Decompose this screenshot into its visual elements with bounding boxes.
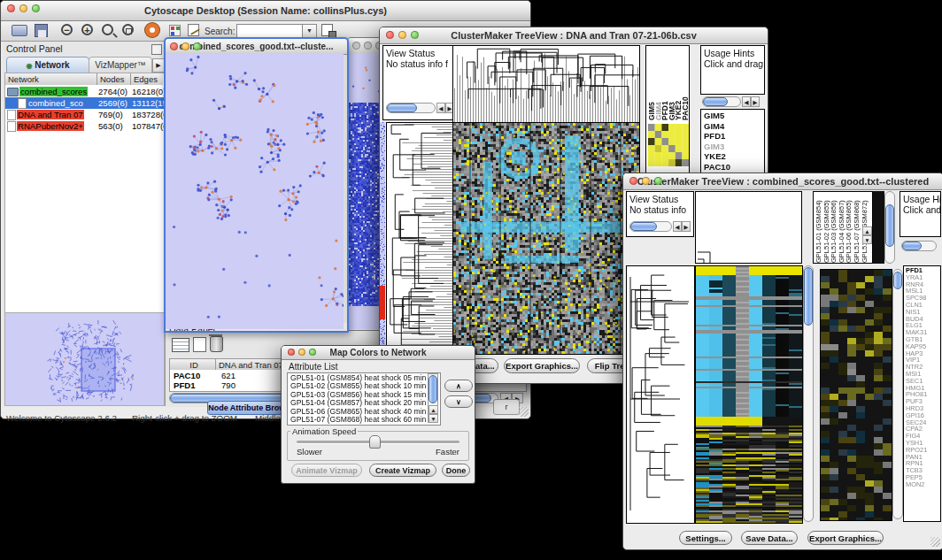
scroll-up-button[interactable]: ▲ bbox=[429, 405, 438, 414]
annotation-icon[interactable] bbox=[188, 24, 199, 36]
network-view-canvas[interactable] bbox=[166, 54, 344, 329]
done-button[interactable]: Done bbox=[442, 464, 470, 477]
help-lifering-icon[interactable] bbox=[145, 23, 159, 37]
global-heatmap[interactable] bbox=[820, 269, 892, 521]
scroll-up-button[interactable]: ▲ bbox=[862, 226, 872, 235]
minimize-icon bbox=[642, 177, 650, 185]
search-input[interactable] bbox=[236, 24, 304, 38]
zoom-selected-icon[interactable] bbox=[102, 24, 113, 35]
attribute-items[interactable]: GPL51-01 (GSM854) heat shock 05 minGPL51… bbox=[288, 374, 426, 424]
usage-hints-title: Usage Hi bbox=[900, 192, 940, 204]
cytoscape-title-bar[interactable]: Cytoscape Desktop (Session Name: collins… bbox=[1, 1, 530, 21]
attribute-item[interactable]: GPL51-07 (GSM868) heat shock 60 min bbox=[288, 416, 426, 424]
row-value: 621 bbox=[221, 371, 236, 380]
gene-list[interactable]: GIM5GIM4PFD1GIM3YKE2PAC10 bbox=[701, 110, 764, 172]
animation-speed-label: Animation Speed bbox=[290, 426, 358, 436]
open-file-icon[interactable] bbox=[12, 25, 27, 36]
network-row-selected[interactable]: combined_sco 2569(6) 13112(15) bbox=[5, 97, 164, 109]
array-label[interactable]: PAC10 bbox=[683, 48, 690, 120]
vizmap-shortcut-icon[interactable] bbox=[169, 25, 181, 36]
search-dropdown-button[interactable]: ▼ bbox=[302, 24, 317, 38]
gene-list-hscrollbar[interactable] bbox=[702, 96, 741, 107]
scroll-left-button[interactable]: ◀ bbox=[436, 103, 445, 113]
tab-overflow-button[interactable]: ▶ bbox=[152, 58, 165, 73]
window-controls[interactable] bbox=[170, 42, 201, 50]
scroll-left-button[interactable]: ◀ bbox=[673, 221, 682, 232]
window-controls[interactable] bbox=[7, 4, 40, 12]
gene-list-hscrollbar[interactable] bbox=[901, 241, 937, 251]
row-dendrogram[interactable] bbox=[386, 122, 455, 355]
labels-vscrollbar[interactable] bbox=[884, 191, 895, 264]
gene-label[interactable]: GIM5 bbox=[701, 111, 764, 121]
gene-label[interactable]: GIM4 bbox=[701, 121, 764, 132]
scroll-right-button[interactable]: ▶ bbox=[751, 96, 760, 107]
network-view-canvas[interactable] bbox=[349, 53, 381, 329]
settings-button[interactable]: Settings... bbox=[679, 531, 732, 545]
global-vscrollbar[interactable] bbox=[892, 269, 903, 519]
attribute-listbox[interactable]: GPL51-01 (GSM854) heat shock 05 minGPL51… bbox=[287, 372, 441, 426]
table-select-icon[interactable] bbox=[172, 338, 189, 352]
gene-label[interactable]: YKE2 bbox=[701, 151, 764, 162]
summary-heatmap[interactable] bbox=[648, 124, 689, 166]
scroll-down-button[interactable]: ▼ bbox=[862, 235, 872, 244]
gene-label[interactable]: GIM3 bbox=[701, 142, 764, 152]
export-graphics-button[interactable]: Export Graphics... bbox=[504, 358, 580, 373]
scroll-down-button[interactable]: ▼ bbox=[429, 414, 438, 423]
usage-hints-panel: Usage Hi Click and bbox=[900, 191, 941, 237]
dialog-title-bar[interactable]: Map Colors to Network bbox=[282, 346, 475, 360]
window-controls[interactable] bbox=[629, 177, 662, 185]
network-row[interactable]: DNA and Tran 07 769(0) 183728(0) bbox=[5, 109, 164, 120]
scroll-left-button[interactable]: ◀ bbox=[742, 96, 751, 107]
rotated-array-labels[interactable]: GIM5GIM4PFD1GIM3YKE2PAC10 bbox=[649, 48, 690, 120]
move-up-button[interactable]: ∧ bbox=[444, 380, 473, 392]
network-row[interactable]: RNAPuberNov2+ 563(0) 107847(0) bbox=[5, 120, 164, 132]
column-dendrogram[interactable] bbox=[452, 45, 640, 124]
window-resize-grip[interactable] bbox=[930, 537, 940, 547]
col-id[interactable]: ID bbox=[170, 359, 216, 370]
heatmap-view[interactable] bbox=[452, 122, 640, 355]
network-row[interactable]: combined_scores 2764(0) 16218(0) bbox=[5, 86, 164, 97]
status-hscrollbar[interactable] bbox=[386, 103, 436, 113]
zoom-window-icon bbox=[411, 31, 419, 39]
animate-vizmap-button[interactable]: Animate Vizmap bbox=[291, 464, 362, 477]
status-hscrollbar[interactable] bbox=[629, 221, 672, 232]
gene-label[interactable]: MON2 bbox=[904, 481, 940, 488]
network-view-window[interactable]: combined_scores_good.txt--cluste... bbox=[164, 37, 349, 333]
attribute-editor-icon[interactable] bbox=[321, 24, 333, 36]
scroll-right-button[interactable]: ▶ bbox=[682, 221, 691, 232]
gene-label[interactable]: PFD1 bbox=[701, 131, 764, 142]
export-graphics-button[interactable]: Export Graphics... bbox=[807, 531, 884, 545]
tab-network[interactable]: ◉ Network bbox=[6, 57, 89, 73]
treeview1-title-bar[interactable]: ClusterMaker TreeView : DNA and Tran 07-… bbox=[380, 27, 768, 44]
network-name: DNA and Tran 07 bbox=[17, 110, 84, 119]
window-controls[interactable] bbox=[352, 42, 382, 50]
create-vizmap-button[interactable]: Create Vizmap bbox=[369, 464, 436, 477]
gene-list[interactable]: PFD1YRA1RNR4MSL1SPC98CLN1NIS1BUD4ELG1MAK… bbox=[904, 266, 940, 488]
gene-label[interactable]: PAC10 bbox=[701, 162, 764, 173]
background-network-window[interactable] bbox=[347, 37, 382, 331]
window-controls[interactable] bbox=[288, 349, 316, 356]
global-view-strip[interactable] bbox=[380, 122, 385, 353]
col-network[interactable]: Network bbox=[5, 73, 97, 85]
new-attribute-icon[interactable] bbox=[193, 337, 206, 352]
treeview2-title-bar[interactable]: ClusterMaker TreeView : combined_scores_… bbox=[623, 173, 942, 190]
save-data-button[interactable]: Save Data... bbox=[741, 531, 798, 545]
zoom-fit-icon[interactable] bbox=[122, 24, 134, 35]
zoom-out-icon[interactable]: − bbox=[61, 24, 73, 35]
column-dendrogram[interactable] bbox=[695, 191, 802, 264]
heatmap-view[interactable] bbox=[695, 265, 803, 524]
delete-attribute-icon[interactable] bbox=[210, 336, 223, 352]
float-panel-icon[interactable] bbox=[151, 44, 162, 55]
move-down-button[interactable]: ∨ bbox=[444, 395, 473, 408]
minimize-icon bbox=[298, 349, 305, 356]
zoom-in-icon[interactable]: + bbox=[81, 24, 93, 35]
heatmap-vscrollbar[interactable] bbox=[803, 265, 814, 522]
speed-slider-thumb[interactable] bbox=[369, 435, 381, 449]
col-nodes[interactable]: Nodes bbox=[97, 73, 131, 85]
tab-vizmapper[interactable]: VizMapper™ bbox=[89, 57, 152, 73]
window-controls[interactable] bbox=[386, 31, 419, 39]
save-icon[interactable] bbox=[35, 24, 48, 37]
col-edges[interactable]: Edges bbox=[131, 73, 163, 85]
row-dendrogram[interactable] bbox=[626, 265, 695, 524]
network-overview[interactable] bbox=[4, 312, 165, 406]
